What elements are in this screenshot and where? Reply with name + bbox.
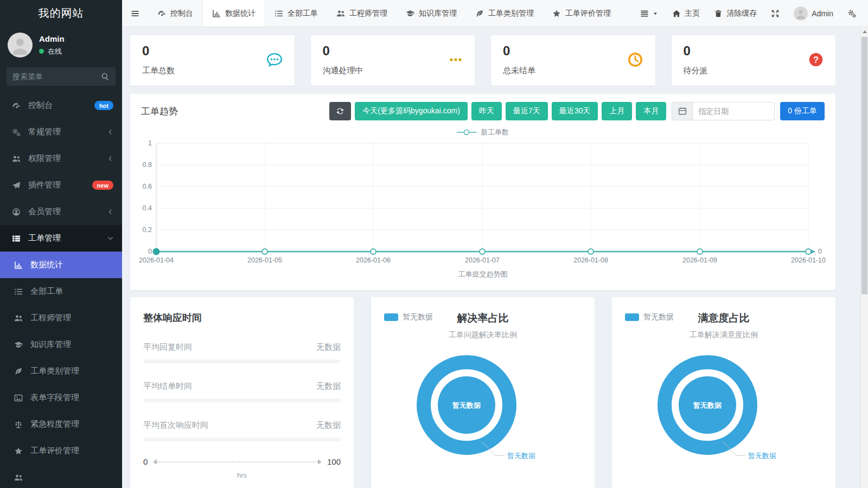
star-icon: [14, 447, 24, 455]
sidebar-toggle-button[interactable]: [122, 0, 148, 27]
donut-legend[interactable]: 暂无数据: [625, 312, 674, 322]
chart-legend[interactable]: 新工单数: [141, 127, 825, 137]
donut-legend-label: 暂无数据: [643, 312, 674, 322]
stat-label: 沟通处理中: [323, 66, 363, 76]
nav-tabs: 控制台 数据统计 全部工单 工程师管理 知识库管理: [148, 0, 620, 27]
donut-chart[interactable]: 暂无数据 暂无数据: [384, 344, 582, 480]
response-panel-title: 整体响应时间: [143, 311, 341, 324]
sidebar-item-order-reviews[interactable]: 工单评价管理: [0, 438, 122, 464]
order-count-button[interactable]: 0 份工单: [780, 102, 825, 120]
user-panel: Admin 在线: [0, 26, 122, 63]
th-list-icon: [12, 234, 22, 243]
nav-home[interactable]: 主页: [672, 9, 700, 18]
sidebar-item-order-categories[interactable]: 工单类别管理: [0, 358, 122, 384]
svg-text:2026-01-07: 2026-01-07: [465, 256, 500, 264]
tab-order-categories[interactable]: 工单类别管理: [466, 0, 543, 27]
sidebar-item-members[interactable]: 会员管理: [0, 198, 122, 225]
stat-value: 0: [684, 43, 708, 59]
range-button-last-month[interactable]: 上月: [602, 102, 632, 120]
response-row-label: 平均回复时间: [143, 342, 192, 352]
range-button-7days[interactable]: 最近7天: [506, 102, 548, 120]
nav-clear-cache-label: 清除缓存: [726, 9, 757, 18]
form-field-icon: [14, 394, 24, 402]
page-scrollbar[interactable]: [860, 28, 868, 488]
nav-user[interactable]: Admin: [794, 7, 833, 21]
sidebar-item-label: 表单字段管理: [30, 393, 113, 403]
refresh-button[interactable]: [329, 102, 351, 120]
clock-icon: [627, 52, 643, 68]
bar-chart-icon: [212, 9, 221, 18]
sidebar-item-label: 工单类别管理: [30, 366, 113, 376]
scrollbar-thumb[interactable]: [861, 37, 867, 294]
nav-clear-cache[interactable]: 清除缓存: [714, 9, 757, 18]
response-row-label: 平均首次响应时间: [143, 420, 208, 431]
user-circle-icon: [12, 208, 22, 216]
stat-card-to-dispatch[interactable]: 0 待分派 ?: [672, 35, 836, 86]
range-button-this-month[interactable]: 本月: [636, 102, 666, 120]
app-root: 我的网站 Admin 在线 控制台 hot: [0, 0, 868, 488]
question-circle-icon: ?: [808, 52, 824, 67]
sidebar-item-urgency[interactable]: 紧急程度管理: [0, 411, 122, 438]
scrollbar-up-arrow[interactable]: [861, 28, 868, 36]
tab-label: 工单评价管理: [565, 9, 611, 18]
svg-text:2026-01-05: 2026-01-05: [247, 256, 282, 264]
sidebar-search-input[interactable]: [12, 72, 101, 81]
balance-scale-icon: [14, 420, 24, 429]
tab-all-orders[interactable]: 全部工单: [265, 0, 327, 27]
gauge-icon: [157, 9, 166, 18]
chevron-left-icon: [107, 156, 113, 162]
response-row: 平均首次响应时间 无数据: [143, 420, 341, 441]
donut-chart[interactable]: 暂无数据 暂无数据: [625, 344, 822, 480]
sidebar-item-dashboard[interactable]: 控制台 hot: [0, 92, 122, 119]
ellipsis-icon: [449, 53, 463, 67]
sidebar-item-label: 插件管理: [28, 180, 92, 190]
sidebar-item-knowledge[interactable]: 知识库管理: [0, 331, 122, 358]
sidebar-item-label: 全部工单: [30, 286, 113, 297]
range-button-yesterday[interactable]: 昨天: [471, 102, 502, 120]
sidebar-item-statistics[interactable]: 数据统计: [0, 252, 122, 278]
sidebar-item-partial[interactable]: [0, 464, 122, 488]
sidebar-item-all-orders[interactable]: 全部工单: [0, 278, 122, 305]
nav-right-cluster: 主页 清除缓存 Admin: [640, 0, 868, 27]
donut-legend[interactable]: 暂无数据: [384, 312, 433, 322]
sidebar-item-plugins[interactable]: 插件管理 new: [0, 172, 122, 198]
calendar-icon: [672, 102, 692, 120]
sidebar-item-engineers[interactable]: 工程师管理: [0, 305, 122, 331]
users-icon: [12, 155, 22, 163]
nav-settings[interactable]: [847, 9, 856, 18]
sidebar-item-workorders[interactable]: 工单管理: [0, 225, 122, 252]
bottom-panels-row: 整体响应时间 平均回复时间 无数据 平均结单时间 无数据: [130, 297, 835, 488]
sidebar-item-general[interactable]: 常规管理: [0, 119, 122, 145]
range-button-today[interactable]: 今天(更多源码bygoukai.com): [355, 102, 468, 120]
date-input[interactable]: [692, 102, 775, 120]
tab-order-reviews[interactable]: 工单评价管理: [543, 0, 620, 27]
trend-line-chart[interactable]: 1 0.8 0.6 0.4 0.2 0: [141, 139, 825, 268]
nav-fullscreen[interactable]: [771, 9, 780, 18]
nav-user-name: Admin: [812, 9, 833, 18]
scale-dotted-line: [157, 461, 318, 463]
stat-card-in-communication[interactable]: 0 沟通处理中: [311, 35, 475, 86]
nav-menu-dropdown[interactable]: [640, 9, 658, 18]
sidebar-item-label: 常规管理: [28, 127, 107, 137]
sidebar-item-permissions[interactable]: 权限管理: [0, 145, 122, 172]
svg-text:2026-01-06: 2026-01-06: [356, 256, 391, 264]
tab-engineers[interactable]: 工程师管理: [327, 0, 397, 27]
stat-card-unresolved[interactable]: 0 总未结单: [491, 35, 655, 86]
stat-card-total-orders[interactable]: 0 工单总数: [130, 35, 295, 86]
response-row-value: 无数据: [316, 420, 341, 431]
svg-text:暂无数据: 暂无数据: [452, 401, 481, 409]
sidebar-item-form-fields[interactable]: 表单字段管理: [0, 384, 122, 411]
progress-track: [143, 438, 341, 441]
svg-text:暂无数据: 暂无数据: [693, 401, 722, 409]
chevron-left-icon: [107, 209, 113, 215]
tab-knowledge[interactable]: 知识库管理: [397, 0, 466, 27]
online-status-dot: [39, 49, 44, 54]
tab-statistics[interactable]: 数据统计: [202, 0, 265, 27]
graduation-cap-icon: [406, 9, 414, 18]
page-content: 0 工单总数 0 沟通处理中: [122, 27, 868, 488]
main-area: 控制台 数据统计 全部工单 工程师管理 知识库管理: [122, 0, 868, 488]
range-button-30days[interactable]: 最近30天: [552, 102, 598, 120]
response-row: 平均结单时间 无数据: [143, 381, 341, 402]
donut-subtitle: 工单问题解决率比例: [384, 330, 582, 340]
tab-dashboard[interactable]: 控制台: [148, 0, 202, 27]
